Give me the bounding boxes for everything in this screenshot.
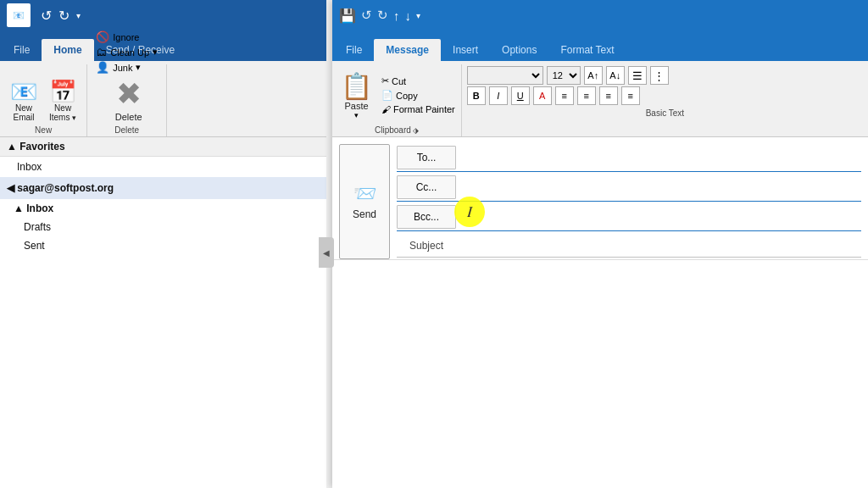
cut-button[interactable]: ✂ Cut: [379, 75, 458, 87]
increase-font-button[interactable]: A↑: [584, 66, 603, 85]
font-color-button[interactable]: A: [533, 86, 552, 105]
format-painter-button[interactable]: 🖌 Format Painter: [379, 103, 458, 115]
copy-icon: 📄: [381, 90, 393, 101]
format-painter-icon: 🖌: [381, 104, 391, 114]
junk-label: Junk: [113, 63, 132, 73]
left-redo-button[interactable]: ↻: [58, 8, 70, 24]
paste-button[interactable]: 📋 Paste ▾: [336, 69, 377, 121]
bold-button[interactable]: B: [467, 86, 486, 105]
junk-button[interactable]: 👤 Junk ▾: [92, 60, 161, 75]
right-qat-arrow[interactable]: ▾: [416, 11, 420, 20]
cc-button[interactable]: Cc...: [397, 175, 456, 199]
left-undo-button[interactable]: ↺: [41, 8, 52, 24]
tab-home-left[interactable]: Home: [42, 39, 93, 61]
save-button[interactable]: 💾: [339, 8, 356, 24]
inbox-folder-header[interactable]: ▲ Inbox: [0, 199, 326, 218]
right-up-button[interactable]: ↑: [393, 8, 400, 23]
font-size-select[interactable]: 12: [547, 66, 581, 85]
compose-area: 📨 Send To... Cc... Bcc...: [332, 137, 868, 488]
right-titlebar: 💾 ↺ ↻ ↑ ↓ ▾: [332, 0, 868, 30]
compose-header: 📨 Send To... Cc... Bcc...: [332, 137, 868, 259]
tab-options-right[interactable]: Options: [490, 39, 548, 61]
left-panel: 📧 ↺ ↻ ▾ File Home Send / Receive 📧 NewEm…: [0, 0, 326, 488]
basic-text-row1: 12 A↑ A↓ ☰ ⋮: [467, 66, 863, 85]
decrease-font-button[interactable]: A↓: [606, 66, 625, 85]
font-family-select[interactable]: [467, 66, 543, 85]
paste-label: Paste: [344, 101, 368, 111]
new-group: 📧 NewEmail 📅 NewItems ▾ New: [0, 64, 87, 136]
align-center-button[interactable]: ≡: [577, 86, 596, 105]
delete-button[interactable]: ✖ Delete: [108, 75, 149, 124]
list-button[interactable]: ☰: [628, 66, 647, 85]
cut-label: Cut: [392, 76, 406, 86]
right-undo-button[interactable]: ↺: [361, 8, 372, 23]
basic-text-label: Basic Text: [467, 107, 863, 118]
junk-arrow: ▾: [136, 62, 141, 73]
new-items-button[interactable]: 📅 NewItems ▾: [44, 79, 81, 124]
sidebar-collapse-handle[interactable]: ◀: [319, 237, 334, 268]
email-body-area[interactable]: [332, 259, 868, 488]
tab-file-left[interactable]: File: [2, 39, 42, 61]
new-email-label: NewEmail: [13, 103, 34, 122]
clipboard-small-buttons: ✂ Cut 📄 Copy 🖌 Format Painter: [379, 75, 458, 115]
sidebar-item-inbox[interactable]: Inbox: [0, 157, 326, 177]
format-painter-label: Format Painter: [393, 104, 455, 114]
right-ribbon-content: 📋 Paste ▾ ✂ Cut 📄 Copy 🖌 Format: [332, 61, 868, 137]
bcc-input[interactable]: [459, 208, 861, 226]
delete-icon: ✖: [116, 76, 142, 112]
basic-text-group: 12 A↑ A↓ ☰ ⋮ B I U A ≡ ≡ ≡ ≡ Basic Text: [462, 64, 868, 136]
cleanup-button[interactable]: 🗂 Clean Up ▾: [92, 45, 161, 59]
tab-insert-right[interactable]: Insert: [441, 39, 490, 61]
sidebar-item-sent[interactable]: Sent: [0, 236, 326, 255]
underline-button[interactable]: U: [511, 86, 530, 105]
subject-input[interactable]: [456, 236, 861, 255]
left-ribbon-tabs: File Home Send / Receive: [0, 30, 326, 61]
right-down-button[interactable]: ↓: [405, 8, 412, 23]
cut-icon: ✂: [381, 75, 389, 86]
new-email-button[interactable]: 📧 NewEmail: [5, 79, 42, 124]
sidebar-item-drafts[interactable]: Drafts: [0, 218, 326, 236]
new-items-icon: 📅: [49, 80, 76, 103]
right-redo-button[interactable]: ↻: [377, 8, 388, 23]
send-label: Send: [353, 208, 376, 220]
bcc-row: Bcc... 𝐼: [397, 203, 861, 231]
align-left-button[interactable]: ≡: [555, 86, 574, 105]
new-group-label: New: [35, 125, 52, 135]
clipboard-group: 📋 Paste ▾ ✂ Cut 📄 Copy 🖌 Format: [332, 64, 462, 136]
send-icon: 📨: [353, 183, 376, 205]
clipboard-group-label: Clipboard: [375, 125, 411, 135]
account-header[interactable]: ◀ sagar@softpost.org: [0, 177, 326, 199]
cleanup-label: Clean Up: [110, 47, 149, 58]
left-ribbon-content: 📧 NewEmail 📅 NewItems ▾ New 🚫 Ignore 🗂: [0, 61, 326, 137]
compose-fields: To... Cc... Bcc... 𝐼: [397, 144, 861, 259]
copy-button[interactable]: 📄 Copy: [379, 89, 458, 102]
tab-message-right[interactable]: Message: [374, 39, 441, 61]
delete-group-label: Delete: [114, 125, 139, 135]
clipboard-inner: 📋 Paste ▾ ✂ Cut 📄 Copy 🖌 Format: [336, 64, 458, 125]
italic-button[interactable]: I: [489, 86, 508, 105]
clipboard-expand-icon[interactable]: ⬗: [413, 126, 419, 135]
new-email-icon: 📧: [10, 80, 37, 103]
send-button[interactable]: 📨 Send: [339, 144, 390, 259]
to-button[interactable]: To...: [397, 146, 456, 169]
ignore-icon: 🚫: [96, 30, 109, 43]
favorites-header[interactable]: ▲ Favorites: [0, 137, 326, 157]
cc-input[interactable]: [459, 178, 861, 197]
list-button2[interactable]: ⋮: [650, 66, 669, 85]
ignore-button[interactable]: 🚫 Ignore: [92, 30, 161, 44]
tab-format-text-right[interactable]: Format Text: [548, 39, 626, 61]
align-right-button[interactable]: ≡: [599, 86, 618, 105]
clipboard-footer: Clipboard ⬗: [336, 125, 458, 135]
cc-row: Cc...: [397, 174, 861, 202]
sidebar: ▲ Favorites Inbox ◀ sagar@softpost.org ▲…: [0, 137, 326, 488]
left-qat-arrow[interactable]: ▾: [76, 11, 81, 20]
to-input[interactable]: [459, 148, 861, 167]
tab-file-right[interactable]: File: [334, 39, 374, 61]
more-align-button[interactable]: ≡: [621, 86, 640, 105]
right-ribbon-tabs: File Message Insert Options Format Text: [332, 30, 868, 61]
bcc-button[interactable]: Bcc...: [397, 205, 456, 229]
left-titlebar: 📧 ↺ ↻ ▾: [0, 0, 326, 30]
outlook-app-icon: 📧: [7, 3, 31, 27]
cleanup-icon: 🗂: [96, 46, 107, 58]
delete-group: 🚫 Ignore 🗂 Clean Up ▾ 👤 Junk ▾ ✖ Dele: [87, 64, 167, 136]
